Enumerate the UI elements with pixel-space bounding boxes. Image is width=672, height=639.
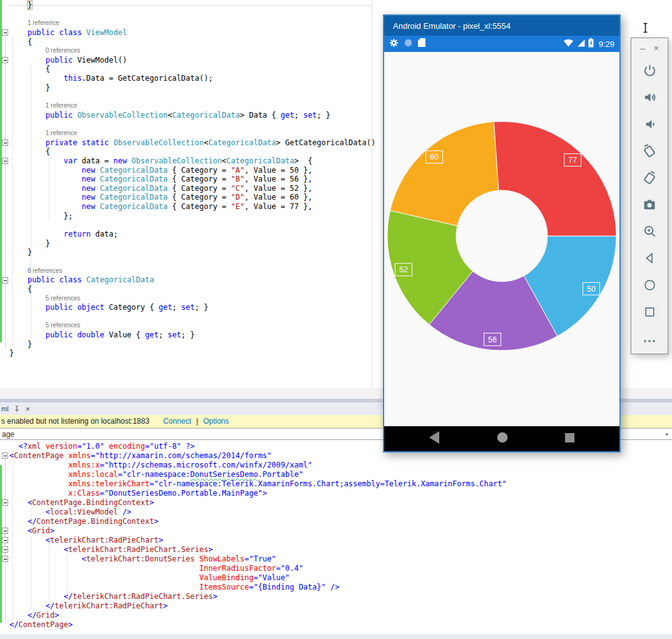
code-line: private static ObservableCollection<Cate… xyxy=(9,138,375,148)
codelens-indicator[interactable]: 1 reference xyxy=(9,19,375,28)
code-line: } xyxy=(9,1,375,10)
code-line xyxy=(9,220,375,230)
code-line: </telerikChart:RadPieChart> xyxy=(9,601,507,611)
donut-slice-D[interactable] xyxy=(390,121,499,225)
code-line: <ContentPage xmlns="http://xamarin.com/s… xyxy=(9,451,507,461)
home-icon xyxy=(643,279,656,294)
xaml-editor[interactable]: <?xml version="1.0" encoding="utf-8" ?><… xyxy=(0,440,672,634)
code-line: public ObservableCollection<CategoricalD… xyxy=(9,111,375,120)
tab-close-icon[interactable]: × xyxy=(26,405,31,413)
overview-button[interactable] xyxy=(631,300,668,327)
more-button[interactable] xyxy=(631,327,668,354)
code-line: public class ViewModel xyxy=(9,28,375,38)
code-line: </Grid> xyxy=(9,611,507,620)
close-icon[interactable]: × xyxy=(654,43,659,53)
info-bar-message: s enabled but not listening on localhost… xyxy=(1,417,150,426)
rotate-right-icon xyxy=(642,170,657,188)
mouse-cursor-ibeam xyxy=(642,23,649,36)
emulator-screen[interactable]: 5056526077 xyxy=(384,52,619,426)
code-line: xmlns:telerikChart="clr-namespace:Teleri… xyxy=(9,479,507,489)
code-line: <telerikChart:RadPieChart.Series> xyxy=(9,545,507,555)
donut-chart[interactable]: 5056526077 xyxy=(384,52,619,426)
dropdown-arrow-icon[interactable]: ▾ xyxy=(665,431,668,437)
pin-icon[interactable] xyxy=(14,406,20,412)
document-tab[interactable]: ml xyxy=(1,405,9,412)
android-status-bar: 9:29 xyxy=(384,36,619,52)
fold-marker[interactable] xyxy=(2,158,8,164)
fold-marker[interactable] xyxy=(2,29,8,36)
codelens-indicator[interactable]: 5 references xyxy=(9,321,375,330)
code-line: public double Value { get; set; } xyxy=(9,330,375,340)
code-line: { xyxy=(9,285,375,294)
volume-up-button[interactable] xyxy=(631,85,668,112)
back-button[interactable] xyxy=(631,246,668,273)
signal-icon xyxy=(577,38,585,49)
code-line xyxy=(9,312,375,322)
camera-button[interactable] xyxy=(631,193,668,220)
zoom-button[interactable] xyxy=(631,219,668,246)
fold-marker[interactable] xyxy=(2,537,8,543)
fold-marker[interactable] xyxy=(2,556,8,562)
codelens-indicator[interactable]: 5 references xyxy=(9,294,375,304)
code-line: { xyxy=(9,38,375,47)
donut-slice-E[interactable] xyxy=(494,121,616,236)
code-line: new CategoricalData { Category = "B", Va… xyxy=(9,175,375,184)
code-line: ValueBinding="Value" xyxy=(9,573,507,583)
fold-marker[interactable] xyxy=(2,140,8,146)
overview-icon[interactable] xyxy=(565,433,574,445)
horizontal-scrollbar[interactable] xyxy=(0,634,672,639)
codelens-indicator[interactable]: 1 reference xyxy=(9,129,375,138)
power-icon xyxy=(643,63,657,80)
power-button[interactable] xyxy=(631,58,668,85)
fold-marker[interactable] xyxy=(2,452,8,459)
fold-marker[interactable] xyxy=(2,546,8,553)
rotate-left-button[interactable] xyxy=(631,139,668,166)
codelens-indicator[interactable]: 8 references xyxy=(9,267,375,276)
android-nav-bar xyxy=(384,426,619,451)
code-line: <ContentPage.BindingContext> xyxy=(9,498,507,508)
code-line: public object Category { get; set; } xyxy=(9,303,375,312)
svg-text:60: 60 xyxy=(430,153,439,161)
code-line: } xyxy=(9,248,375,257)
csharp-code: }1 reference public class ViewModel {0 r… xyxy=(9,1,375,358)
fold-marker[interactable] xyxy=(2,499,8,506)
code-line xyxy=(9,10,375,19)
code-line: return data; xyxy=(9,230,375,239)
codelens-indicator[interactable]: 0 references xyxy=(9,46,375,56)
back-icon xyxy=(643,252,656,267)
code-line: } xyxy=(9,239,375,248)
dropdown-value: age xyxy=(2,430,14,439)
volume-down-button[interactable] xyxy=(631,112,668,139)
code-line: xmlns:local="clr-namespace:DonutSeriesDe… xyxy=(9,470,507,479)
code-line xyxy=(9,257,375,267)
minimize-icon[interactable]: – xyxy=(640,43,645,53)
fold-marker[interactable] xyxy=(2,528,8,534)
svg-text:52: 52 xyxy=(399,265,408,274)
connect-link[interactable]: Connect xyxy=(163,417,191,426)
xaml-code: <?xml version="1.0" encoding="utf-8" ?><… xyxy=(9,442,507,630)
fold-marker[interactable] xyxy=(2,277,8,284)
home-icon[interactable] xyxy=(497,432,508,446)
code-line: new CategoricalData { Category = "E", Va… xyxy=(9,202,375,212)
emulator-title: Android Emulator - pixel_xl:5554 xyxy=(393,21,511,31)
zoom-icon xyxy=(643,224,657,241)
volume-up-icon xyxy=(643,90,657,107)
status-bar-clock: 9:29 xyxy=(599,39,614,49)
code-line: ItemsSource="{Binding Data}" /> xyxy=(9,583,507,592)
code-line: } xyxy=(9,340,375,349)
codelens-indicator[interactable]: 1 reference xyxy=(9,101,375,111)
code-line xyxy=(9,120,375,129)
fold-marker[interactable] xyxy=(2,57,8,63)
sdcard-icon xyxy=(418,38,425,49)
back-icon[interactable] xyxy=(429,431,440,446)
emulator-title-bar[interactable]: Android Emulator - pixel_xl:5554 xyxy=(384,16,619,36)
rotate-right-button[interactable] xyxy=(631,166,668,193)
gear-icon xyxy=(389,38,399,50)
code-line: <telerikChart:DonutSeries ShowLabels="Tr… xyxy=(9,555,507,564)
volume-down-icon xyxy=(643,117,657,134)
code-line: InnerRadiusFactor="0.4" xyxy=(9,564,507,573)
options-link[interactable]: Options xyxy=(203,417,229,426)
battery-icon xyxy=(588,38,594,50)
home-button[interactable] xyxy=(631,273,668,300)
code-line: </telerikChart:RadPieChart.Series> xyxy=(9,592,507,601)
